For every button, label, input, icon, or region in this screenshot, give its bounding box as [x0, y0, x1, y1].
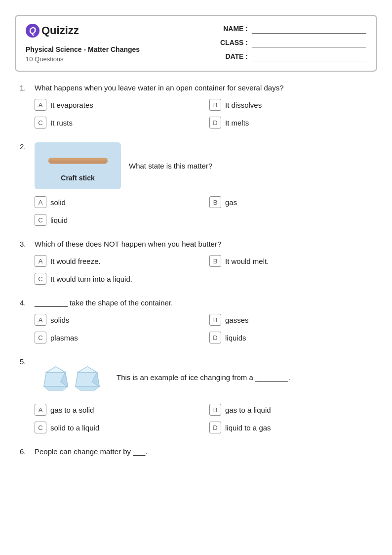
q1-options: A It evaporates B It dissolves C It rust…: [35, 99, 372, 128]
ice-cube-svg-2: [73, 363, 102, 391]
q5-text: This is an example of ice changing from …: [117, 373, 372, 382]
q1-num: 1.: [20, 84, 30, 92]
question-5: 5.: [20, 357, 372, 433]
q-icon: Q: [26, 24, 39, 38]
quiz-subtitle: 10 Questions: [26, 55, 140, 63]
list-item: C It rusts: [35, 117, 197, 128]
list-item: C solid to a liquid: [35, 422, 197, 433]
quiz-title: Physical Science - Matter Changes: [26, 45, 140, 53]
q4-text: ________ take the shape of the container…: [35, 299, 372, 307]
option-letter-a: A: [35, 196, 46, 208]
q2-text: What state is this matter?: [129, 162, 372, 170]
svg-marker-9: [76, 386, 99, 390]
question-2: 2. Craft stick What state is this matter…: [20, 142, 372, 226]
name-input[interactable]: [252, 24, 366, 34]
option-letter-b: B: [209, 255, 221, 267]
q3-text: Which of these does NOT happen when you …: [35, 240, 372, 248]
list-item: A gas to a solid: [35, 404, 197, 416]
q3-num: 3.: [20, 240, 30, 248]
option-letter-b: B: [209, 99, 221, 111]
list-item: A solids: [35, 314, 197, 326]
svg-marker-7: [78, 367, 97, 373]
option-letter-d: D: [209, 332, 221, 343]
q6-text: People can change matter by ___.: [35, 447, 372, 456]
option-text: plasmas: [50, 334, 78, 342]
date-row: DATE :: [218, 51, 366, 61]
option-letter-b: B: [209, 314, 221, 326]
craft-stick-caption: Craft stick: [61, 174, 94, 182]
option-text: It dissolves: [225, 101, 262, 109]
list-item: B gas: [209, 196, 372, 208]
option-text: solid to a liquid: [50, 424, 99, 432]
svg-marker-3: [46, 367, 66, 373]
question-6: 6. People can change matter by ___.: [20, 447, 372, 456]
option-text: gas to a liquid: [225, 406, 271, 414]
option-text: It would melt.: [225, 257, 269, 265]
date-input[interactable]: [252, 51, 366, 61]
list-item: D liquids: [209, 332, 372, 343]
questions-area: 1. What happens when you leave water in …: [15, 84, 377, 456]
option-text: liquid to a gas: [225, 424, 271, 432]
option-letter-d: D: [209, 422, 221, 433]
option-letter-b: B: [209, 196, 221, 208]
option-text: gas: [225, 198, 237, 207]
option-letter-c: C: [35, 273, 46, 285]
question-3: 3. Which of these does NOT happen when y…: [20, 240, 372, 285]
list-item: C It would turn into a liquid.: [35, 273, 197, 285]
q2-options: A solid B gas C liquid: [35, 196, 372, 226]
craft-stick-image: Craft stick: [35, 142, 121, 189]
form-fields: NAME : CLASS : DATE :: [218, 24, 366, 61]
option-letter-a: A: [35, 255, 46, 267]
ice-cube-svg-1: [41, 363, 70, 391]
list-item: B gas to a liquid: [209, 404, 372, 416]
name-label: NAME :: [218, 25, 248, 33]
option-letter-d: D: [209, 117, 221, 128]
q4-num: 4.: [20, 299, 30, 307]
list-item: A It would freeze.: [35, 255, 197, 267]
ice-image: [35, 357, 109, 397]
option-text: It melts: [225, 119, 249, 127]
class-input[interactable]: [252, 38, 366, 47]
option-text: It would turn into a liquid.: [50, 275, 132, 283]
option-text: gasses: [225, 316, 249, 324]
quizizz-logo: Q Quizizz: [26, 24, 140, 38]
worksheet-header: Q Quizizz Physical Science - Matter Chan…: [15, 15, 377, 72]
option-text: solid: [50, 198, 66, 207]
option-text: It would freeze.: [50, 257, 101, 265]
question-4: 4. ________ take the shape of the contai…: [20, 299, 372, 343]
q3-options: A It would freeze. B It would melt. C It…: [35, 255, 372, 285]
option-text: solids: [50, 316, 69, 324]
option-letter-a: A: [35, 404, 46, 416]
list-item: C liquid: [35, 214, 197, 226]
option-letter-c: C: [35, 422, 46, 433]
q5-num: 5.: [20, 357, 30, 366]
option-letter-c: C: [35, 117, 46, 128]
list-item: D It melts: [209, 117, 372, 128]
class-label: CLASS :: [218, 39, 248, 46]
option-letter-c: C: [35, 332, 46, 343]
list-item: C plasmas: [35, 332, 197, 343]
q4-options: A solids B gasses C plasmas D liquids: [35, 314, 372, 343]
list-item: B gasses: [209, 314, 372, 326]
q1-text: What happens when you leave water in an …: [35, 84, 372, 92]
q6-num: 6.: [20, 447, 30, 456]
option-text: liquids: [225, 334, 246, 342]
option-text: It rusts: [50, 119, 73, 127]
option-letter-b: B: [209, 404, 221, 416]
q2-num: 2.: [20, 142, 30, 151]
class-row: CLASS :: [218, 38, 366, 47]
logo-text: Quizizz: [41, 24, 79, 37]
option-letter-a: A: [35, 314, 46, 326]
list-item: D liquid to a gas: [209, 422, 372, 433]
logo-area: Q Quizizz Physical Science - Matter Chan…: [26, 24, 140, 63]
list-item: A solid: [35, 196, 197, 208]
list-item: B It dissolves: [209, 99, 372, 111]
q5-options: A gas to a solid B gas to a liquid C sol…: [35, 404, 372, 433]
option-letter-c: C: [35, 214, 46, 226]
craft-stick-svg: [46, 150, 110, 172]
list-item: A It evaporates: [35, 99, 197, 111]
option-text: liquid: [50, 216, 68, 224]
option-text: gas to a solid: [50, 406, 94, 414]
svg-rect-1: [48, 158, 108, 161]
option-text: It evaporates: [50, 101, 93, 109]
